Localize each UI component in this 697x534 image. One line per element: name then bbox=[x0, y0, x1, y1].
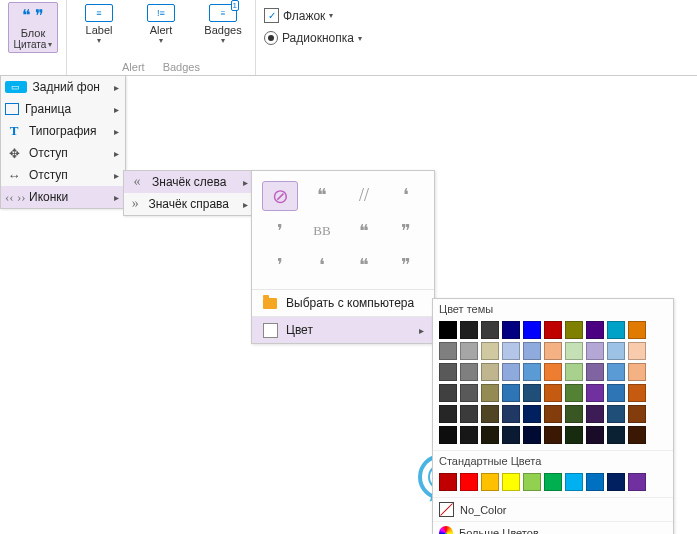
color-swatch[interactable] bbox=[439, 473, 457, 491]
glyph-item[interactable]: ❞ bbox=[388, 217, 424, 245]
color-swatch[interactable] bbox=[544, 426, 562, 444]
glyph-item[interactable]: ❜ bbox=[262, 251, 298, 279]
color-swatch[interactable] bbox=[502, 384, 520, 402]
color-swatch[interactable] bbox=[628, 363, 646, 381]
color-swatch[interactable] bbox=[523, 405, 541, 423]
color-swatch[interactable] bbox=[481, 426, 499, 444]
no-color[interactable]: No_Color bbox=[433, 497, 673, 521]
color-swatch[interactable] bbox=[439, 363, 457, 381]
color-swatch[interactable] bbox=[481, 321, 499, 339]
quote-block-button[interactable]: ❝ ❞ Блок Цитата▾ bbox=[8, 2, 58, 53]
color-swatch[interactable] bbox=[439, 405, 457, 423]
color-swatch[interactable] bbox=[628, 473, 646, 491]
color-swatch[interactable] bbox=[544, 342, 562, 360]
color-swatch[interactable] bbox=[502, 321, 520, 339]
choose-from-computer[interactable]: Выбрать с компьютера bbox=[252, 289, 434, 316]
color-swatch[interactable] bbox=[544, 405, 562, 423]
color-swatch[interactable] bbox=[565, 342, 583, 360]
color-swatch[interactable] bbox=[628, 384, 646, 402]
color-swatch[interactable] bbox=[460, 342, 478, 360]
menu-padding[interactable]: ✥ Отступ▸ bbox=[1, 142, 125, 164]
color-swatch[interactable] bbox=[460, 384, 478, 402]
color-swatch[interactable] bbox=[460, 405, 478, 423]
color-swatch[interactable] bbox=[544, 384, 562, 402]
color-swatch[interactable] bbox=[544, 473, 562, 491]
glyph-item[interactable]: ❛ bbox=[388, 181, 424, 209]
color-swatch[interactable] bbox=[502, 342, 520, 360]
color-swatch[interactable] bbox=[481, 363, 499, 381]
color-swatch[interactable] bbox=[523, 426, 541, 444]
color-swatch[interactable] bbox=[502, 363, 520, 381]
color-swatch[interactable] bbox=[544, 363, 562, 381]
color-swatch[interactable] bbox=[607, 405, 625, 423]
menu-margin[interactable]: ↔ Отступ▸ bbox=[1, 164, 125, 186]
glyph-item[interactable]: BB bbox=[304, 217, 340, 245]
color-swatch[interactable] bbox=[460, 426, 478, 444]
color-swatch[interactable] bbox=[607, 321, 625, 339]
color-swatch[interactable] bbox=[586, 405, 604, 423]
color-swatch[interactable] bbox=[439, 426, 457, 444]
color-swatch[interactable] bbox=[481, 342, 499, 360]
alert-button[interactable]: !≡ Alert ▾ bbox=[137, 2, 185, 47]
icon-right[interactable]: » Значёк справа▸ bbox=[124, 193, 254, 215]
color-swatch[interactable] bbox=[607, 363, 625, 381]
glyph-none[interactable]: ⊘ bbox=[262, 181, 298, 211]
color-swatch[interactable] bbox=[439, 384, 457, 402]
color-swatch[interactable] bbox=[481, 473, 499, 491]
color-swatch[interactable] bbox=[586, 473, 604, 491]
color-swatch[interactable] bbox=[628, 321, 646, 339]
color-swatch[interactable] bbox=[523, 342, 541, 360]
color-swatch[interactable] bbox=[628, 405, 646, 423]
color-swatch[interactable] bbox=[439, 342, 457, 360]
color-swatch[interactable] bbox=[586, 384, 604, 402]
color-swatch[interactable] bbox=[607, 473, 625, 491]
more-colors[interactable]: Больше Цветов bbox=[433, 521, 673, 534]
color-swatch[interactable] bbox=[565, 384, 583, 402]
checkbox-control[interactable]: ✓ Флажок ▾ bbox=[264, 8, 333, 23]
glyph-item[interactable]: ❜ bbox=[262, 217, 298, 245]
choose-color[interactable]: Цвет ▸ bbox=[252, 316, 434, 343]
color-swatch[interactable] bbox=[502, 473, 520, 491]
color-swatch[interactable] bbox=[460, 473, 478, 491]
menu-icons[interactable]: ‹‹ ›› Иконки▸ bbox=[1, 186, 125, 208]
color-swatch[interactable] bbox=[565, 321, 583, 339]
color-swatch[interactable] bbox=[565, 363, 583, 381]
glyph-item[interactable]: ❝ bbox=[346, 251, 382, 279]
glyph-item[interactable]: ❛ bbox=[304, 251, 340, 279]
color-swatch[interactable] bbox=[523, 321, 541, 339]
color-swatch[interactable] bbox=[481, 384, 499, 402]
color-swatch[interactable] bbox=[565, 473, 583, 491]
menu-border[interactable]: Граница▸ bbox=[1, 98, 125, 120]
color-swatch[interactable] bbox=[460, 321, 478, 339]
color-swatch[interactable] bbox=[607, 384, 625, 402]
color-swatch[interactable] bbox=[565, 405, 583, 423]
color-swatch[interactable] bbox=[523, 384, 541, 402]
icon-left[interactable]: « Значёк слева▸ bbox=[124, 171, 254, 193]
menu-typography[interactable]: T Типография▸ bbox=[1, 120, 125, 142]
glyph-item[interactable]: // bbox=[346, 181, 382, 209]
color-swatch[interactable] bbox=[628, 426, 646, 444]
glyph-item[interactable]: ❝ bbox=[304, 181, 340, 209]
radio-control[interactable]: Радиокнопка ▾ bbox=[264, 31, 362, 45]
color-swatch[interactable] bbox=[565, 426, 583, 444]
color-swatch[interactable] bbox=[523, 363, 541, 381]
color-swatch[interactable] bbox=[439, 321, 457, 339]
color-swatch[interactable] bbox=[544, 321, 562, 339]
color-swatch[interactable] bbox=[586, 363, 604, 381]
color-swatch[interactable] bbox=[586, 321, 604, 339]
color-swatch[interactable] bbox=[628, 342, 646, 360]
color-swatch[interactable] bbox=[586, 342, 604, 360]
color-swatch[interactable] bbox=[502, 405, 520, 423]
color-swatch[interactable] bbox=[523, 473, 541, 491]
color-swatch[interactable] bbox=[586, 426, 604, 444]
menu-background[interactable]: ▭ Задний фон▸ bbox=[1, 76, 125, 98]
glyph-item[interactable]: ❝ bbox=[346, 217, 382, 245]
color-swatch[interactable] bbox=[481, 405, 499, 423]
color-swatch[interactable] bbox=[607, 342, 625, 360]
label-button[interactable]: ≡ Label ▾ bbox=[75, 2, 123, 47]
color-swatch[interactable] bbox=[607, 426, 625, 444]
color-swatch[interactable] bbox=[460, 363, 478, 381]
glyph-item[interactable]: ❞ bbox=[388, 251, 424, 279]
color-swatch[interactable] bbox=[502, 426, 520, 444]
badges-button[interactable]: ≡1 Badges ▾ bbox=[199, 2, 247, 47]
